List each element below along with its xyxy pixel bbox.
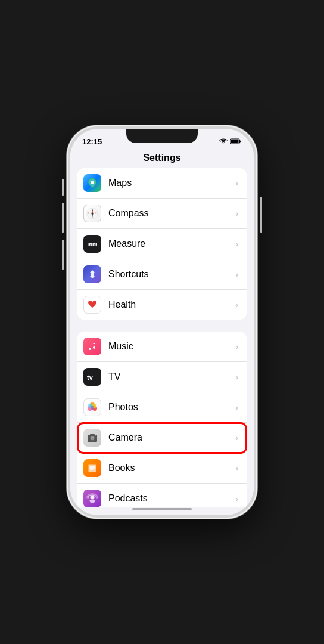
volume-up-button [62, 203, 64, 233]
podcasts-label: Podcasts [108, 493, 236, 504]
notch [126, 129, 198, 143]
settings-row-photos[interactable]: Photos › [77, 392, 247, 423]
camera-label: Camera [108, 432, 236, 443]
compass-label: Compass [108, 208, 236, 219]
maps-chevron: › [236, 179, 238, 188]
maps-icon [83, 174, 101, 192]
status-icons [219, 138, 242, 144]
music-chevron: › [236, 342, 238, 351]
settings-group-2: Music › tv TV › [77, 332, 247, 507]
settings-row-shortcuts[interactable]: Shortcuts › [77, 259, 247, 290]
svg-rect-2 [240, 141, 241, 143]
svg-point-3 [91, 181, 94, 184]
settings-row-tv[interactable]: tv TV › [77, 362, 247, 392]
music-label: Music [108, 341, 236, 352]
measure-chevron: › [236, 240, 238, 249]
photos-chevron: › [236, 403, 238, 412]
camera-icon [83, 429, 101, 447]
maps-label: Maps [108, 178, 236, 188]
health-label: Health [108, 299, 236, 310]
wifi-icon [219, 138, 228, 144]
shortcuts-chevron: › [236, 270, 238, 279]
svg-point-8 [92, 213, 94, 215]
svg-point-26 [91, 406, 94, 410]
books-icon [83, 459, 101, 477]
measure-icon [83, 235, 101, 253]
photos-icon [83, 398, 101, 416]
shortcuts-label: Shortcuts [108, 269, 236, 280]
home-indicator [132, 508, 192, 510]
shortcuts-icon [83, 265, 101, 283]
svg-text:W: W [88, 212, 89, 215]
svg-point-29 [92, 438, 94, 439]
power-button [260, 197, 262, 233]
battery-icon [230, 138, 242, 144]
svg-text:N: N [92, 209, 93, 212]
phone-screen: 12:15 Settings [70, 129, 254, 515]
camera-chevron: › [236, 434, 238, 442]
settings-list: Maps › N S W E [70, 168, 254, 507]
podcasts-icon [83, 490, 101, 507]
settings-row-music[interactable]: Music › [77, 332, 247, 362]
settings-row-camera[interactable]: Camera › [77, 423, 247, 453]
svg-text:S: S [92, 216, 93, 218]
svg-text:tv: tv [87, 374, 94, 381]
navigation-bar: Settings [70, 150, 254, 168]
svg-point-36 [91, 496, 95, 500]
measure-label: Measure [108, 239, 236, 249]
volume-down-button [62, 240, 64, 270]
silent-switch [62, 179, 64, 196]
settings-row-maps[interactable]: Maps › [77, 168, 247, 199]
tv-icon: tv [83, 368, 101, 386]
music-icon [83, 338, 101, 355]
health-chevron: › [236, 301, 238, 309]
books-label: Books [108, 463, 236, 473]
phone-frame: 12:15 Settings [67, 125, 257, 519]
settings-row-podcasts[interactable]: Podcasts › [77, 484, 247, 507]
tv-chevron: › [236, 373, 238, 382]
health-icon [83, 296, 101, 314]
books-chevron: › [236, 464, 238, 473]
page-title: Settings [143, 153, 180, 163]
compass-icon: N S W E [83, 205, 101, 222]
tv-label: TV [108, 371, 236, 382]
settings-row-health[interactable]: Health › [77, 290, 247, 320]
settings-group-1: Maps › N S W E [77, 168, 247, 320]
compass-chevron: › [236, 209, 238, 218]
svg-rect-1 [231, 140, 239, 143]
svg-rect-30 [95, 436, 96, 437]
settings-row-measure[interactable]: Measure › [77, 229, 247, 259]
status-time: 12:15 [82, 137, 102, 146]
settings-row-books[interactable]: Books › [77, 453, 247, 484]
svg-text:E: E [95, 212, 96, 215]
photos-label: Photos [108, 402, 236, 413]
settings-row-compass[interactable]: N S W E Compass › [77, 199, 247, 229]
podcasts-chevron: › [236, 494, 238, 503]
